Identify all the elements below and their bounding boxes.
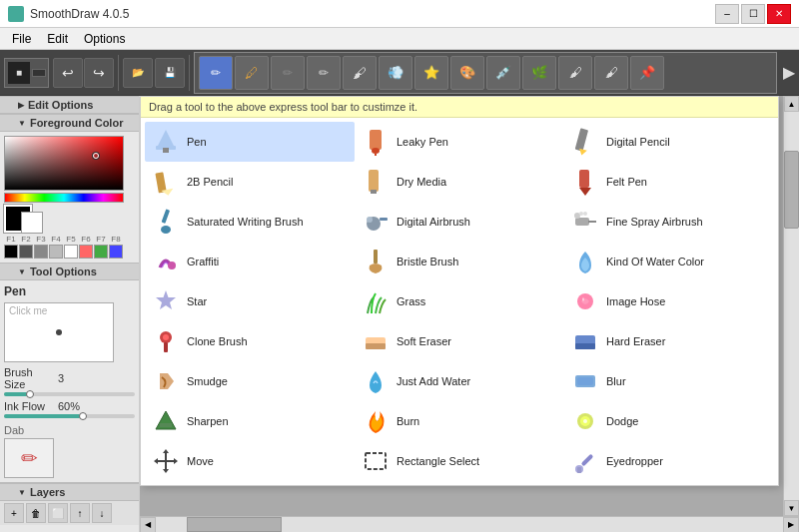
tool-smudge[interactable]: Smudge [145,361,355,401]
ink-flow-label: Ink Flow [4,400,54,412]
express-slot-3[interactable]: ✏ [271,56,305,90]
color-swatch-1[interactable] [4,245,18,259]
tool-rectangle-select[interactable]: Rectangle Select [355,441,564,481]
edit-options-header[interactable]: ▶ Edit Options [0,96,139,114]
express-slot-12[interactable]: 🖌 [594,56,628,90]
add-layer-button[interactable]: + [4,503,24,523]
center-content: Drag a tool to the above express tool ba… [140,96,799,532]
tool-star[interactable]: Star [145,281,355,321]
toolbar-expand-icon[interactable]: ▶ [783,63,795,82]
color-swatch-2[interactable] [19,245,33,259]
express-slot-11[interactable]: 🖌 [558,56,592,90]
tool-just-add-water[interactable]: Just Add Water [355,361,564,401]
color-swatch-4[interactable] [49,245,63,259]
color-gradient[interactable] [4,136,124,191]
scroll-thumb-v[interactable] [784,151,799,229]
tool-burn[interactable]: Burn [355,401,564,441]
express-slot-2[interactable]: 🖊 [235,56,269,90]
tool-bristle-brush[interactable]: Bristle Brush [355,242,564,281]
menu-edit[interactable]: Edit [39,28,76,50]
color-swatch-6[interactable] [79,245,93,259]
color-swatch-3[interactable] [34,245,48,259]
hue-bar[interactable] [4,193,124,203]
scroll-left-button[interactable]: ◀ [140,517,156,533]
horizontal-scrollbar[interactable]: ◀ ▶ [140,516,799,532]
maximize-button[interactable]: ☐ [741,4,765,24]
tool-kind-of-water-color[interactable]: Kind Of Water Color [564,242,774,281]
tool-options-header[interactable]: ▼ Tool Options [0,263,139,280]
express-slot-4[interactable]: ✏ [307,56,341,90]
tool-felt-pen[interactable]: Felt Pen [564,162,774,202]
express-slot-6[interactable]: 💨 [379,56,412,90]
tool-hard-eraser[interactable]: Hard Eraser [564,321,774,361]
brush-size-slider[interactable] [4,392,135,396]
tool-digital-pencil[interactable]: Digital Pencil [564,122,774,162]
blur-icon [570,366,600,396]
menu-options[interactable]: Options [76,28,133,50]
color-swatch-5[interactable] [64,245,78,259]
tool-soft-eraser[interactable]: Soft Eraser [355,321,564,361]
tool-clone-brush[interactable]: Clone Brush [145,321,355,361]
undo-button[interactable]: ↩ [53,58,83,88]
duplicate-layer-button[interactable]: ⬜ [48,503,68,523]
color-swatch-7[interactable] [94,245,108,259]
express-slot-9[interactable]: 💉 [486,56,520,90]
tool-move[interactable]: Move [145,441,355,481]
tool-graffiti[interactable]: Graffiti [145,242,355,281]
menu-file[interactable]: File [4,28,39,50]
express-slot-1[interactable]: ✏ [199,56,233,90]
window-controls: – ☐ ✕ [715,4,791,24]
tool-click-area[interactable]: Click me [4,302,114,362]
tool-sharpen[interactable]: Sharpen [145,401,355,441]
scroll-thumb-h[interactable] [187,517,281,532]
tool-dodge[interactable]: Dodge [564,401,774,441]
redo-button[interactable]: ↪ [84,58,114,88]
move-layer-down-button[interactable]: ↓ [92,503,112,523]
delete-layer-button[interactable]: 🗑 [26,503,46,523]
express-slot-13[interactable]: 📌 [630,56,664,90]
express-slot-8[interactable]: 🎨 [450,56,484,90]
scroll-down-button[interactable]: ▼ [784,500,799,516]
express-slot-5[interactable]: 🖌 [343,56,377,90]
color-swatch-8[interactable] [109,245,123,259]
scroll-right-button[interactable]: ▶ [783,517,799,533]
tool-leaky-pen[interactable]: Leaky Pen [355,122,564,162]
vertical-scrollbar[interactable]: ▲ ▼ [783,96,799,516]
tool-saturated-writing-brush[interactable]: Saturated Writing Brush [145,202,355,242]
app-title: SmoothDraw 4.0.5 [30,7,129,21]
swap-colors-icon[interactable] [32,69,46,77]
scroll-up-button[interactable]: ▲ [784,96,799,112]
express-slot-10[interactable]: 🌿 [522,56,556,90]
save-button[interactable]: 💾 [155,58,185,88]
tool-dry-media[interactable]: Dry Media [355,162,564,202]
tool-image-hose[interactable]: Image Hose [564,281,774,321]
soft-eraser-icon [361,326,391,356]
leaky-pen-label: Leaky Pen [397,135,448,149]
tool-fine-spray-airbrush[interactable]: Fine Spray Airbrush [564,202,774,242]
fine-spray-airbrush-icon [570,207,600,237]
move-layer-up-button[interactable]: ↑ [70,503,90,523]
scroll-track-v[interactable] [784,112,799,500]
leaky-pen-icon [361,127,391,157]
tool-2b-pencil[interactable]: 2B Pencil [145,162,355,202]
tool-eyedropper[interactable]: Eyedropper [564,441,774,481]
tool-pen[interactable]: Pen [145,122,355,162]
foreground-color-header[interactable]: ▼ Foreground Color [0,114,139,132]
preset-palette: F1 F2 F3 F4 F5 F6 F7 F8 [4,235,135,259]
close-button[interactable]: ✕ [767,4,791,24]
open-button[interactable]: 📂 [123,58,153,88]
graffiti-label: Graffiti [187,255,219,268]
tool-blur[interactable]: Blur [564,361,774,401]
layers-header[interactable]: ▼ Layers [0,483,139,501]
background-swatch[interactable] [22,213,42,233]
tool-options-label: Tool Options [30,266,97,277]
ink-flow-thumb [79,412,87,420]
tool-grass[interactable]: Grass [355,281,564,321]
eyedropper-label: Eyedropper [606,454,663,468]
fg-color-swatch[interactable]: ■ [7,61,31,85]
tool-digital-airbrush[interactable]: Digital Airbrush [355,202,564,242]
express-slot-7[interactable]: ⭐ [414,56,448,90]
ink-flow-slider[interactable] [4,414,135,418]
minimize-button[interactable]: – [715,4,739,24]
scroll-track-h[interactable] [156,517,783,532]
